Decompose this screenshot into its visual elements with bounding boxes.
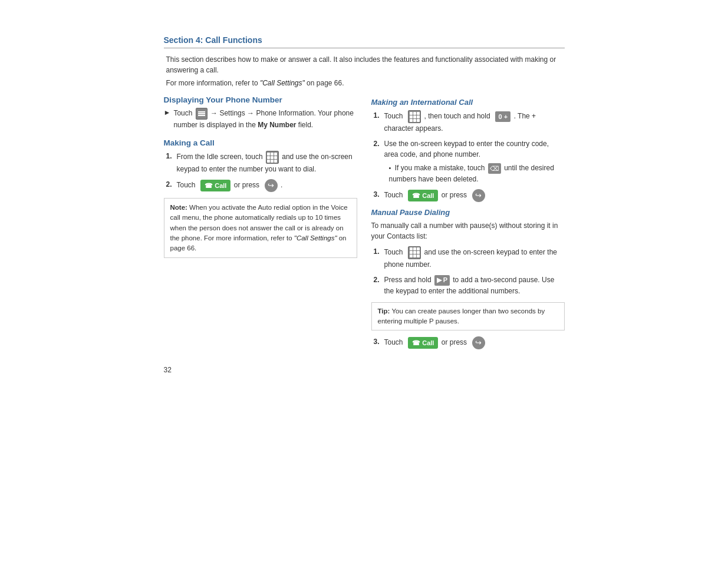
page-number: 32 <box>164 366 172 374</box>
intl-step-3: 3. Touch ☎ Call or press ↪ <box>374 189 565 202</box>
making-call-title: Making a Call <box>164 138 357 147</box>
international-steps: 1. Touch , then touch and hold <box>371 110 565 202</box>
manual-step-2-text: Press and hold ▶ P to add a two-second p… <box>384 275 565 296</box>
zero-icon: 0 + <box>495 111 510 122</box>
manual-step-1-text: Touch and use the on-screen keypad to en… <box>384 246 565 270</box>
making-step-2: 2. Touch ☎ Call or press ↪ . <box>166 179 357 192</box>
displaying-bullet: ► Touch → Settings → Phone Information. … <box>164 108 357 130</box>
for-more-text: For more information, refer to "Call Set… <box>164 79 565 87</box>
send-icon-1: ↪ <box>265 179 278 192</box>
manual-step-1: 1. Touch and use the on-screen keypa <box>374 246 565 270</box>
content-area: Section 4: Call Functions This section d… <box>164 35 565 374</box>
intl-step-1-text: Touch , then touch and hold 0 + . T <box>384 110 565 134</box>
making-call-steps: 1. From the Idle screen, touch and u <box>164 151 357 192</box>
tip-box: Tip: You can create pauses longer than t… <box>371 302 565 331</box>
menu-icon <box>196 108 207 120</box>
call-button-2[interactable]: ☎ Call <box>408 190 438 202</box>
arrow-icon: ► <box>164 108 171 117</box>
grid-icon-3 <box>408 246 421 259</box>
international-title: Making an International Call <box>371 98 565 107</box>
tip-text: You can create pauses longer than two se… <box>378 308 545 325</box>
note-link: "Call Settings" <box>294 234 337 242</box>
making-step-1-text: From the Idle screen, touch and use the … <box>177 151 357 174</box>
call-button-1[interactable]: ☎ Call <box>200 180 230 192</box>
right-column: Making an International Call 1. Touch <box>371 95 565 354</box>
send-icon-3: ↪ <box>472 336 485 349</box>
back-icon-1: ⌫ <box>488 163 501 174</box>
intl-step-2: 2. Use the on-screen keypad to enter the… <box>374 138 565 184</box>
making-step-2-text: Touch ☎ Call or press ↪ . <box>177 179 283 192</box>
displaying-body-text: Touch → Settings → Phone Information. Yo… <box>173 108 357 130</box>
note-box: Note: When you activate the Auto redial … <box>164 198 357 258</box>
intro-text: This section describes how to make or an… <box>164 54 565 75</box>
manual-title: Manual Pause Dialing <box>371 208 565 217</box>
two-column-layout: Displaying Your Phone Number ► Touch → S… <box>164 95 565 354</box>
manual-intro: To manually call a number with pause(s) … <box>371 220 565 242</box>
displaying-title: Displaying Your Phone Number <box>164 95 357 104</box>
manual-step-2: 2. Press and hold ▶ P to add a two-secon… <box>374 275 565 296</box>
manual-step-3: 3. Touch ☎ Call or press ↪ <box>374 336 565 349</box>
grid-icon-1 <box>266 151 279 164</box>
grid-icon-2 <box>408 110 421 123</box>
pause-icon: ▶ P <box>434 275 450 286</box>
intl-step-3-text: Touch ☎ Call or press ↪ <box>384 189 486 202</box>
left-column: Displaying Your Phone Number ► Touch → S… <box>164 95 357 354</box>
making-step-1: 1. From the Idle screen, touch and u <box>166 151 357 174</box>
manual-step-3-text: Touch ☎ Call or press ↪ <box>384 336 486 349</box>
page-container: Section 4: Call Functions This section d… <box>0 0 728 562</box>
tip-label: Tip: <box>378 308 390 315</box>
note-label: Note: <box>170 204 187 211</box>
intl-step-2-text: Use the on-screen keypad to enter the co… <box>384 138 565 184</box>
section-title: Section 4: Call Functions <box>164 35 565 48</box>
send-icon-2: ↪ <box>472 189 485 202</box>
manual-steps: 1. Touch and use the on-screen keypa <box>371 246 565 296</box>
intl-step-1: 1. Touch , then touch and hold <box>374 110 565 134</box>
call-button-3[interactable]: ☎ Call <box>408 337 438 349</box>
